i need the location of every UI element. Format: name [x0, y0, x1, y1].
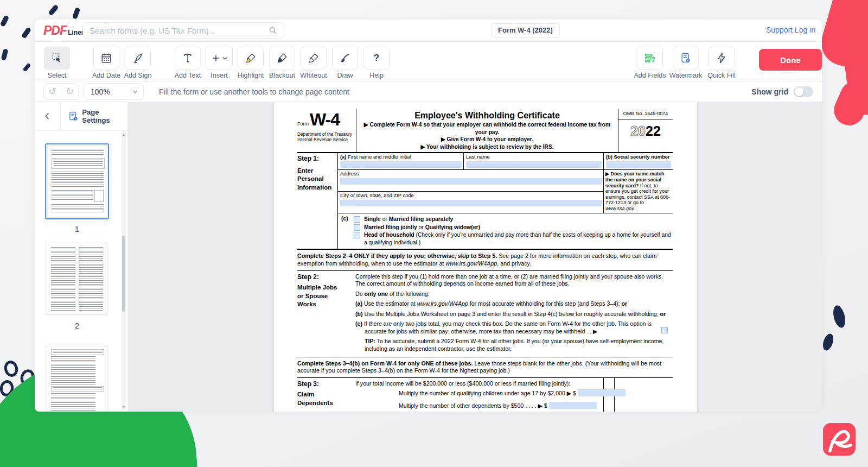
thumbnail-preview	[47, 146, 108, 217]
step2-intro: Complete this step if you (1) hold more …	[355, 273, 673, 288]
last-name-input[interactable]	[466, 161, 602, 168]
address-input[interactable]	[340, 178, 602, 185]
tool-add-date[interactable]: Add Date	[91, 42, 122, 79]
filing-status-single-checkbox[interactable]	[354, 216, 360, 223]
signature-icon	[132, 52, 144, 64]
filing-status-single-label: Single or Married filing separately	[364, 216, 453, 223]
filing-status-head-household-label: Head of household (Check only if you're …	[364, 231, 673, 245]
show-grid-label: Show grid	[751, 87, 788, 96]
calendar-icon	[100, 52, 112, 64]
tool-label: Add Text	[175, 72, 201, 79]
tool-insert[interactable]: Insert	[203, 42, 235, 79]
blackout-icon	[276, 52, 288, 64]
tool-draw[interactable]: Draw	[329, 42, 361, 79]
page-settings-icon	[68, 111, 79, 122]
filing-status-married-jointly-checkbox[interactable]	[354, 224, 360, 231]
form-number: W-4	[310, 112, 340, 128]
ssn-input[interactable]	[606, 161, 671, 168]
filing-status-married-jointly-label: Married filing jointly or Qualifying wid…	[364, 224, 480, 231]
city-input[interactable]	[340, 200, 602, 206]
step3-intro: If your total income will be $200,000 or…	[355, 380, 603, 388]
highlight-icon	[245, 52, 257, 64]
zoom-select[interactable]: 100%	[84, 83, 144, 100]
tool-add-fields[interactable]: Add Fields	[632, 42, 668, 79]
form-title: Employee's Withholding Certificate	[361, 110, 614, 121]
form-bullet: ▶ Give Form W-4 to your employer.	[361, 136, 614, 143]
page-number: 1	[45, 224, 109, 234]
ssa-note: ▶ Does your name match the name on your …	[603, 170, 673, 213]
support-link[interactable]: Support	[766, 26, 793, 34]
tool-label: Insert	[210, 72, 227, 79]
help-icon: ?	[374, 53, 379, 64]
redo-button[interactable]: ↻	[61, 83, 79, 100]
qualifying-children-input[interactable]	[578, 389, 626, 396]
tool-add-sign[interactable]: Add Sign	[122, 42, 154, 79]
form-year: 2022	[618, 122, 673, 140]
logo-liner-text: Liner	[68, 29, 84, 36]
step2-option-c: (c) If there are only two jobs total, yo…	[355, 320, 673, 335]
sidebar-scrollbar[interactable]: ▲ ▼	[122, 131, 126, 411]
first-name-label: (a) First name and middle initial	[340, 154, 462, 160]
show-grid-toggle[interactable]	[794, 86, 813, 97]
page-settings-label: Page Settings	[82, 108, 127, 124]
city-label: City or town, state, and ZIP code	[340, 192, 602, 199]
scroll-down-icon[interactable]: ▼	[122, 405, 126, 410]
decor-red-splash	[838, 1, 868, 117]
scroll-up-icon[interactable]: ▲	[122, 132, 126, 137]
search-input[interactable]	[83, 26, 268, 35]
page-thumbnail-2[interactable]: 2	[45, 241, 109, 330]
decor-navy-dash	[23, 63, 31, 72]
thumbnail-preview	[47, 243, 107, 314]
page-thumbnail-1[interactable]: 1	[45, 143, 109, 234]
tool-blackout[interactable]: Blackout	[266, 42, 298, 79]
filing-status-head-household-checkbox[interactable]	[354, 232, 360, 238]
tool-whiteout[interactable]: Whiteout	[298, 42, 329, 79]
done-button[interactable]: Done	[759, 49, 822, 71]
step2c-checkbox[interactable]	[661, 327, 668, 333]
sidebar-header: Page Settings	[35, 102, 127, 131]
first-name-input[interactable]	[340, 161, 462, 168]
chevron-left-icon	[44, 112, 50, 120]
omb-number: OMB No. 1545-0074	[618, 109, 673, 119]
login-link[interactable]: Log in	[795, 26, 815, 34]
search-box[interactable]	[82, 22, 284, 39]
decor-navy-ring	[0, 379, 15, 397]
w4-form: FormW-4 Department of the Treasury Inter…	[297, 109, 673, 412]
step2-tip: TIP: To be accurate, submit a 2022 Form …	[365, 338, 673, 352]
page-settings-button[interactable]: Page Settings	[68, 108, 127, 124]
tool-select[interactable]: Select	[41, 42, 73, 79]
sub-toolbar: ↺ ↻ 100% Fill the form or use another to…	[35, 81, 822, 102]
tool-highlight[interactable]: Highlight	[235, 42, 266, 79]
other-dependents-input[interactable]	[549, 402, 597, 409]
tool-label: Select	[48, 72, 67, 79]
decor-navy-dash	[0, 15, 9, 27]
scrollbar-thumb[interactable]	[122, 236, 125, 312]
decor-navy-blob	[821, 332, 835, 352]
tool-add-text[interactable]: Add Text	[172, 42, 203, 79]
undo-button[interactable]: ↺	[43, 83, 61, 100]
step1-label: Step 1:	[297, 155, 337, 163]
step3-dependents-line: Multiply the number of other dependents …	[399, 402, 647, 410]
form-word: Form	[297, 121, 309, 127]
step3-children-line: Multiply the number of qualifying childr…	[399, 389, 647, 397]
tool-quick-fill[interactable]: Quick Fill	[704, 42, 739, 79]
document-title-badge: Form W-4 (2022)	[491, 23, 560, 37]
search-icon[interactable]	[268, 26, 278, 35]
ssn-label: (b) Social security number	[606, 154, 671, 160]
text-icon	[182, 52, 194, 64]
decor-red-splash	[829, 76, 868, 130]
quick-fill-icon	[716, 52, 727, 64]
address-label: Address	[340, 171, 602, 177]
page-number: 2	[45, 321, 109, 330]
zoom-value: 100%	[91, 87, 110, 96]
decor-navy-dash	[72, 7, 81, 20]
pdfliner-logo[interactable]: PDF Liner	[43, 23, 84, 38]
page-thumbnail-3[interactable]: 3	[45, 344, 109, 412]
tool-watermark[interactable]: Watermark	[668, 42, 704, 79]
undo-icon: ↺	[48, 86, 56, 97]
decor-navy-dash	[21, 27, 31, 39]
step3-label: Step 3:	[297, 380, 355, 388]
step2-option-a: (a) Use the estimator at www.irs.gov/W4A…	[355, 300, 673, 308]
tool-help[interactable]: ? Help	[361, 42, 392, 79]
sidebar-collapse-button[interactable]	[35, 102, 61, 130]
